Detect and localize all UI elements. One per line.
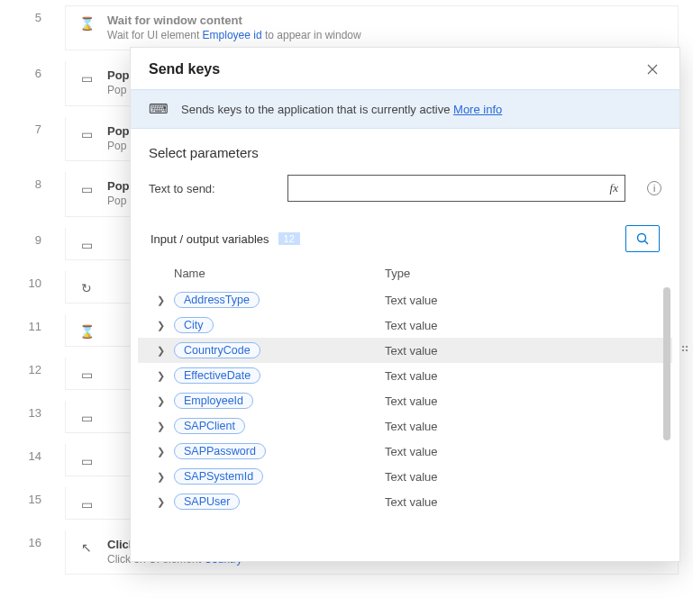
more-info-link[interactable]: More info: [453, 103, 502, 116]
chevron-right-icon[interactable]: ❯: [150, 320, 170, 331]
variable-type: Text value: [385, 369, 660, 383]
variable-type: Text value: [385, 344, 660, 358]
step-type-icon: ▭: [77, 451, 96, 468]
close-button[interactable]: [643, 60, 661, 78]
variable-row[interactable]: ❯SAPPasswordText value: [138, 439, 672, 464]
variable-row[interactable]: ❯SAPSystemIdText value: [138, 464, 672, 489]
step-link[interactable]: Employee id: [203, 29, 262, 41]
chevron-right-icon[interactable]: ❯: [150, 370, 170, 382]
step-type-icon: ⌛: [77, 14, 96, 31]
chevron-right-icon[interactable]: ❯: [150, 421, 170, 432]
variable-row[interactable]: ❯CityText value: [138, 313, 672, 338]
variable-pill[interactable]: SAPSystemId: [174, 468, 263, 485]
step-number: 12: [16, 358, 41, 376]
dialog-title: Send keys: [149, 61, 220, 77]
step-subtitle: Pop: [107, 195, 130, 209]
step-number: 8: [16, 172, 41, 191]
step-title: Pop: [107, 179, 130, 195]
variable-columns-header: Name Type: [138, 259, 672, 287]
step-type-icon: ▭: [77, 365, 96, 382]
step-subtitle: Pop: [107, 140, 130, 154]
col-type-header: Type: [385, 267, 660, 280]
variables-panel: Input / output variables 12 Name Type ❯A…: [138, 218, 672, 561]
variable-type: Text value: [385, 420, 660, 433]
step-type-icon: ▭: [77, 408, 96, 425]
step-type-icon: ↖: [77, 538, 96, 555]
variable-pill[interactable]: EffectiveDate: [174, 367, 260, 384]
variables-scrollbar[interactable]: [663, 287, 670, 561]
info-banner: ⌨ Sends keys to the application that is …: [131, 89, 679, 129]
variable-type: Text value: [385, 394, 660, 408]
chevron-right-icon[interactable]: ❯: [150, 496, 170, 508]
step-number: 16: [16, 530, 41, 549]
resize-grip: [682, 346, 688, 351]
step-type-icon: ↻: [77, 278, 96, 295]
step-type-icon: ▭: [77, 494, 96, 512]
step-number: 9: [16, 228, 41, 247]
variable-row[interactable]: ❯CountryCodeText value: [138, 338, 672, 363]
step-title: Wait for window content: [107, 14, 361, 29]
variable-row[interactable]: ❯AddressTypeText value: [138, 287, 672, 313]
search-variables-button[interactable]: [625, 225, 660, 252]
variable-type: Text value: [385, 294, 660, 307]
variable-type: Text value: [385, 470, 660, 484]
variable-row[interactable]: ❯SAPClientText value: [138, 413, 672, 439]
vars-count-badge: 12: [278, 232, 300, 245]
step-type-icon: ▭: [77, 124, 96, 141]
step-number: 15: [16, 487, 41, 506]
step-title: Pop: [107, 124, 130, 140]
variable-pill[interactable]: AddressType: [174, 292, 260, 308]
variable-pill[interactable]: SAPPassword: [174, 443, 266, 459]
variable-row[interactable]: ❯SAPUserText value: [138, 489, 672, 514]
fx-icon[interactable]: fx: [610, 181, 618, 195]
svg-line-1: [645, 241, 649, 245]
keyboard-icon: ⌨: [149, 101, 169, 117]
step-type-icon: ▭: [77, 179, 96, 196]
send-keys-dialog: Send keys ⌨ Sends keys to the applicatio…: [130, 47, 680, 562]
variable-type: Text value: [385, 445, 660, 458]
step-number: 13: [16, 401, 41, 420]
step-card[interactable]: ⌛Wait for window contentWait for UI elem…: [65, 5, 679, 50]
variable-pill[interactable]: SAPClient: [174, 418, 245, 434]
dialog-header: Send keys: [131, 48, 679, 89]
variable-pill[interactable]: EmployeeId: [174, 393, 253, 409]
variable-row[interactable]: ❯EffectiveDateText value: [138, 363, 672, 388]
step-number: 11: [16, 314, 41, 333]
variable-list: ❯AddressTypeText value❯CityText value❯Co…: [138, 287, 672, 561]
banner-text: Sends keys to the application that is cu…: [181, 103, 502, 116]
step-number: 10: [16, 271, 41, 290]
chevron-right-icon[interactable]: ❯: [150, 395, 170, 407]
chevron-right-icon[interactable]: ❯: [150, 345, 170, 357]
vars-title: Input / output variables 12: [150, 232, 300, 246]
variable-type: Text value: [385, 319, 660, 332]
variable-pill[interactable]: SAPUser: [174, 494, 240, 510]
step-type-icon: ⌛: [77, 322, 96, 339]
param-label: Text to send:: [149, 182, 275, 195]
variable-pill[interactable]: City: [174, 317, 214, 333]
chevron-right-icon[interactable]: ❯: [150, 294, 170, 306]
variable-pill[interactable]: CountryCode: [174, 342, 260, 358]
param-text-to-send: Text to send: fx i: [131, 168, 679, 218]
step-subtitle: Wait for UI element Employee id to appea…: [107, 29, 361, 43]
step-number: 14: [16, 444, 41, 463]
step-type-icon: ▭: [77, 68, 96, 86]
step-type-icon: ▭: [77, 235, 96, 252]
chevron-right-icon[interactable]: ❯: [150, 446, 170, 457]
step-number: 7: [16, 117, 41, 136]
svg-point-0: [638, 234, 646, 242]
step-number: 5: [16, 5, 41, 24]
step-subtitle: Pop: [107, 84, 130, 98]
step-number: 6: [16, 61, 41, 80]
variable-row[interactable]: ❯EmployeeIdText value: [138, 388, 672, 413]
text-to-send-input[interactable]: [287, 175, 625, 202]
section-title: Select parameters: [131, 129, 679, 168]
col-name-header: Name: [150, 267, 385, 280]
step-title: Pop: [107, 68, 130, 84]
chevron-right-icon[interactable]: ❯: [150, 471, 170, 483]
param-info-icon[interactable]: i: [647, 181, 661, 195]
variable-type: Text value: [385, 495, 660, 509]
